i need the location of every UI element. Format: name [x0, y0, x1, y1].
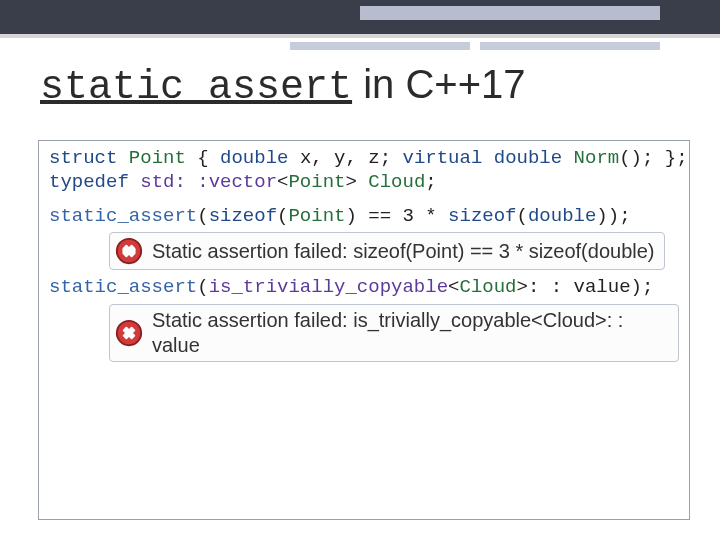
- accent-top: [360, 6, 660, 20]
- accent-bar-2: [290, 42, 470, 50]
- slide-title: static_assert in C++17: [40, 62, 526, 110]
- error-text-2: Static assertion failed: is_trivially_co…: [152, 308, 668, 358]
- title-keyword: static_assert: [40, 65, 352, 110]
- title-rest: in C++17: [363, 62, 525, 106]
- code-line-4: static_assert(is_trivially_copyable<Clou…: [49, 276, 679, 300]
- error-icon: [114, 318, 144, 348]
- error-text-1: Static assertion failed: sizeof(Point) =…: [152, 239, 654, 264]
- code-line-1: struct Point { double x, y, z; virtual d…: [49, 147, 679, 171]
- error-callout-1: Static assertion failed: sizeof(Point) =…: [109, 232, 665, 270]
- code-line-3: static_assert(sizeof(Point) == 3 * sizeo…: [49, 205, 679, 229]
- top-border: [0, 34, 720, 38]
- error-callout-2: Static assertion failed: is_trivially_co…: [109, 304, 679, 362]
- code-box: struct Point { double x, y, z; virtual d…: [38, 140, 690, 520]
- accent-bar-1: [480, 42, 660, 50]
- error-icon: [114, 236, 144, 266]
- code-line-2: typedef std: :vector<Point> Cloud;: [49, 171, 679, 195]
